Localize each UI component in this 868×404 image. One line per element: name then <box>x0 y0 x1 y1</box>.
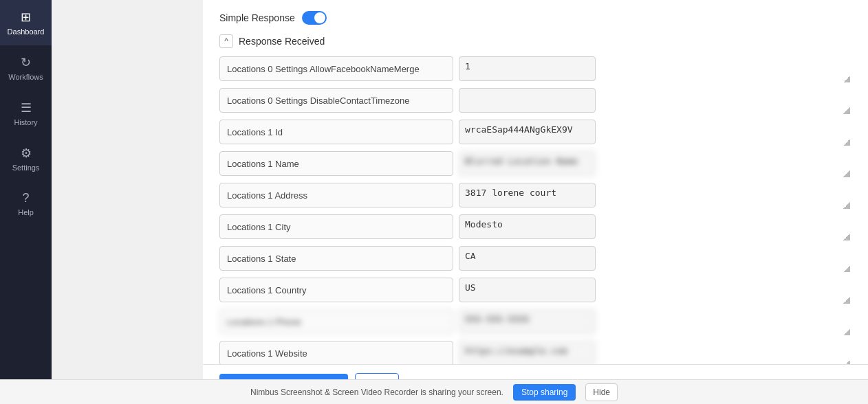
history-icon: ☰ <box>21 100 32 115</box>
field-value-8[interactable]: 555-555-5555 <box>459 309 596 334</box>
field-label-4: Locations 1 Address <box>219 183 453 207</box>
recorder-message: Nimbus Screenshot & Screen Video Recorde… <box>250 388 503 397</box>
simple-response-toggle[interactable] <box>302 11 327 25</box>
field-label-3: Locations 1 Name <box>219 151 453 176</box>
field-value-wrapper-5: Modesto <box>459 214 851 242</box>
resize-handle-3[interactable] <box>843 170 850 177</box>
sidebar-item-label: Workflows <box>8 73 43 81</box>
field-row-7: Locations 1 Country US <box>219 278 851 305</box>
sidebar-item-label: Help <box>18 208 34 216</box>
field-row-9: Locations 1 Website https://example.com <box>219 341 851 364</box>
field-value-0[interactable]: 1 <box>459 56 596 81</box>
field-value-6[interactable]: CA <box>459 246 596 271</box>
resize-handle-1[interactable] <box>843 107 850 114</box>
settings-icon: ⚙ <box>21 146 32 161</box>
sidebar-item-history[interactable]: ☰ History <box>0 91 52 136</box>
field-value-wrapper-3: Blurred Location Name <box>459 151 851 179</box>
recorder-bar: Nimbus Screenshot & Screen Video Recorde… <box>0 379 868 404</box>
field-value-2[interactable]: wrcaESap444ANgGkEX9V <box>459 120 596 144</box>
field-row-8: Locations 1 Phone 555-555-5555 <box>219 309 851 337</box>
simple-response-row: Simple Response <box>219 11 851 25</box>
sidebar-item-settings[interactable]: ⚙ Settings <box>0 136 52 181</box>
dashboard-icon: ⊞ <box>21 10 31 25</box>
field-label-5: Locations 1 City <box>219 214 453 239</box>
stop-sharing-button[interactable]: Stop sharing <box>513 384 576 401</box>
resize-handle-9[interactable] <box>843 360 850 364</box>
resize-handle-2[interactable] <box>843 139 850 146</box>
field-value-wrapper-1 <box>459 88 851 115</box>
resize-handle-7[interactable] <box>843 297 850 304</box>
field-value-wrapper-4: 3817 lorene court <box>459 183 851 210</box>
sidebar-item-label: Settings <box>12 164 40 172</box>
content-panel: Simple Response ^ Response Received Loca… <box>203 0 868 404</box>
field-value-wrapper-7: US <box>459 278 851 305</box>
field-label-1: Locations 0 Settings DisableContactTimez… <box>219 88 453 113</box>
field-row-6: Locations 1 State CA <box>219 246 851 273</box>
field-value-wrapper-2: wrcaESap444ANgGkEX9V <box>459 120 851 147</box>
content-inner[interactable]: Simple Response ^ Response Received Loca… <box>203 0 868 364</box>
help-icon: ? <box>22 191 29 205</box>
sidebar-item-label: Dashboard <box>8 27 45 36</box>
field-label-6: Locations 1 State <box>219 246 453 271</box>
resize-handle-5[interactable] <box>843 234 850 240</box>
field-value-7[interactable]: US <box>459 278 596 302</box>
collapse-button[interactable]: ^ <box>219 34 233 48</box>
field-value-1[interactable] <box>459 88 596 113</box>
hide-button[interactable]: Hide <box>585 383 618 401</box>
section-title: Response Received <box>239 36 325 47</box>
field-value-9[interactable]: https://example.com <box>459 341 596 364</box>
field-row-0: Locations 0 Settings AllowFacebookNameMe… <box>219 56 851 84</box>
sidebar-item-help[interactable]: ? Help <box>0 181 52 226</box>
field-row-5: Locations 1 City Modesto <box>219 214 851 242</box>
field-value-4[interactable]: 3817 lorene court <box>459 183 596 207</box>
field-row-1: Locations 0 Settings DisableContactTimez… <box>219 88 851 115</box>
sidebar: ⊞ Dashboard ↻ Workflows ☰ History ⚙ Sett… <box>0 0 52 404</box>
sidebar-item-label: History <box>14 118 37 126</box>
field-label-8: Locations 1 Phone <box>219 309 453 334</box>
section-header: ^ Response Received <box>219 34 851 48</box>
workflows-icon: ↻ <box>21 55 31 70</box>
field-value-wrapper-6: CA <box>459 246 851 273</box>
field-value-5[interactable]: Modesto <box>459 214 596 239</box>
field-value-wrapper-9: https://example.com <box>459 341 851 364</box>
resize-handle-0[interactable] <box>843 76 850 82</box>
field-label-2: Locations 1 Id <box>219 120 453 144</box>
field-row-4: Locations 1 Address 3817 lorene court <box>219 183 851 210</box>
field-row-2: Locations 1 Id wrcaESap444ANgGkEX9V <box>219 120 851 147</box>
field-label-7: Locations 1 Country <box>219 278 453 302</box>
field-row-3: Locations 1 Name Blurred Location Name <box>219 151 851 179</box>
resize-handle-8[interactable] <box>843 328 850 335</box>
field-value-3[interactable]: Blurred Location Name <box>459 151 596 176</box>
field-value-wrapper-0: 1 <box>459 56 851 84</box>
field-value-wrapper-8: 555-555-5555 <box>459 309 851 337</box>
field-label-0: Locations 0 Settings AllowFacebookNameMe… <box>219 56 453 81</box>
field-label-9: Locations 1 Website <box>219 341 453 364</box>
resize-handle-6[interactable] <box>843 265 850 272</box>
sidebar-item-workflows[interactable]: ↻ Workflows <box>0 45 52 91</box>
sidebar-item-dashboard[interactable]: ⊞ Dashboard <box>0 0 52 45</box>
resize-handle-4[interactable] <box>843 202 850 209</box>
simple-response-label: Simple Response <box>219 12 295 23</box>
left-panel <box>52 0 203 404</box>
